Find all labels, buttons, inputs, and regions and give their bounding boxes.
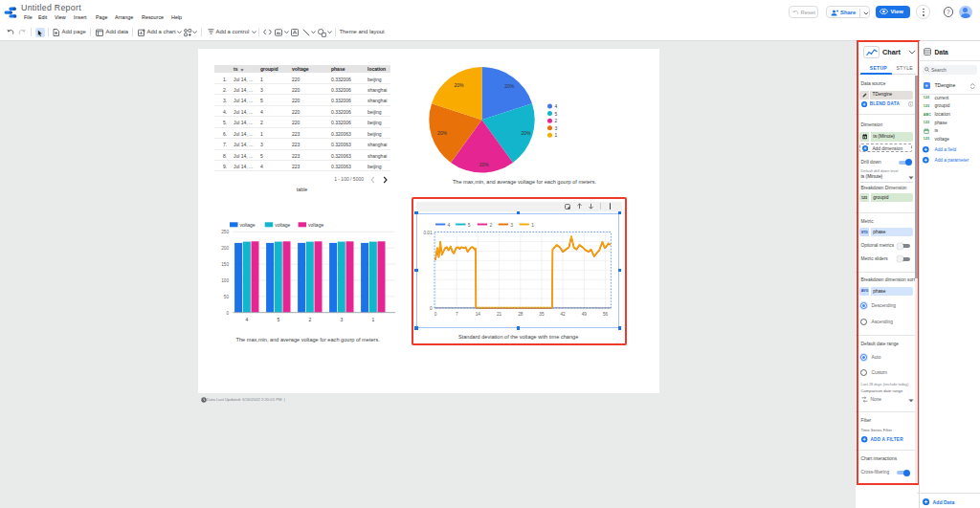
svg-text:2: 2 — [555, 118, 558, 123]
svg-text:3: 3 — [555, 125, 558, 131]
svg-text:0: 0 — [226, 311, 229, 316]
svg-text:1: 1 — [555, 132, 558, 138]
svg-text:voltage: voltage — [308, 222, 323, 228]
svg-text:20%: 20% — [479, 162, 490, 167]
svg-text:20%: 20% — [454, 82, 464, 88]
svg-text:5: 5 — [555, 111, 558, 117]
svg-text:4: 4 — [555, 103, 558, 109]
svg-text:20%: 20% — [437, 130, 448, 136]
svg-text:1: 1 — [372, 317, 375, 322]
svg-text:voltage: voltage — [275, 222, 290, 228]
svg-text:20%: 20% — [504, 83, 515, 89]
svg-text:50: 50 — [224, 295, 230, 299]
svg-text:4: 4 — [246, 317, 249, 322]
svg-text:150: 150 — [221, 262, 229, 267]
svg-text:2: 2 — [309, 317, 312, 322]
svg-text:200: 200 — [221, 246, 229, 251]
svg-text:250: 250 — [221, 230, 229, 234]
svg-text:3: 3 — [341, 317, 344, 322]
svg-text:20%: 20% — [521, 130, 531, 136]
svg-text:100: 100 — [221, 278, 229, 283]
svg-text:voltage: voltage — [240, 222, 256, 228]
svg-text:5: 5 — [278, 317, 280, 322]
